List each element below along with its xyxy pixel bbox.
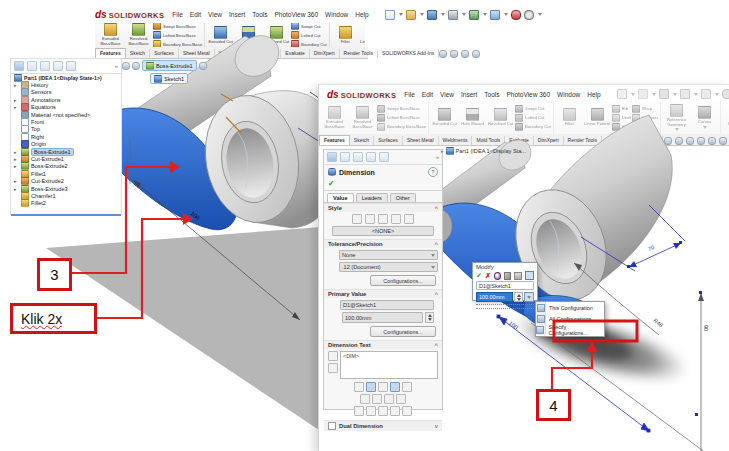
modify-ok-icon[interactable]: ✓ [476,272,482,280]
tree-item-boss-extrude2[interactable]: ▸Boss-Extrude2 [11,163,121,170]
panel-tab-leaders[interactable]: Leaders [356,193,388,202]
featuremanager-tab-icon[interactable] [14,61,24,71]
rebuild-icon[interactable] [511,10,521,20]
propertymanager-tab-icon[interactable] [327,152,337,162]
precision-icon [328,263,336,271]
flyout-expander-icon[interactable]: ▸ [441,148,444,154]
panel-more-icon[interactable]: » [115,63,118,69]
zoom-fit-icon[interactable] [439,50,447,58]
style-section-header[interactable]: Style^ [324,203,442,212]
tree-item-origin[interactable]: Origin [11,141,121,148]
zoom-area-icon[interactable] [450,50,458,58]
dim-text-diameter-icon[interactable] [328,363,338,373]
modify-value-spinner[interactable] [514,292,523,302]
pin-menu-icon[interactable] [374,12,379,17]
countersink-symbol-button[interactable] [366,406,376,416]
dimension-name-field[interactable]: D1@Sketch1 [340,300,434,310]
tree-item-cut-extrude2[interactable]: ▸Cut-Extrude2 [11,177,121,184]
modify-increment-icon[interactable] [514,272,521,280]
configuration-dropdown-button[interactable] [524,292,534,302]
panel-tab-value[interactable]: Value [327,193,354,202]
propertymanager-tab-icon[interactable] [27,61,37,71]
more-symbols-button[interactable] [402,406,412,416]
featuremanager-tab-icon[interactable] [340,152,350,162]
dual-dimension-checkbox[interactable] [328,422,336,430]
modify-mark-drawing-icon[interactable] [525,271,534,280]
menu-all-configurations[interactable]: All Configurations [536,313,604,324]
value-spinner[interactable] [425,312,434,323]
selection-breadcrumb: Boss-Extrude1 Sketch1 [122,60,207,84]
dimension-text-section-header[interactable]: Dimension Text^ [324,340,442,349]
counterbore-symbol-button[interactable] [378,406,388,416]
panel-tab-other[interactable]: Other [390,193,416,202]
diameter-symbol-button[interactable] [360,394,370,404]
display-style-icon[interactable] [472,50,480,58]
tree-item-fillet2[interactable]: Fillet2 [11,200,121,207]
help-icon[interactable]: ? [428,167,438,177]
configurationmanager-tab-icon[interactable] [40,61,50,71]
undo-icon[interactable] [469,10,479,20]
dual-dimension-section-header[interactable]: Dual Dimension v [324,420,442,431]
menu-this-configuration[interactable]: This Configuration [536,302,604,313]
height-dimension-90[interactable]: 90 [695,291,709,451]
degree-symbol-button[interactable] [372,394,382,404]
configurationmanager-tab-icon[interactable] [353,152,363,162]
modify-title[interactable]: Modify [473,263,537,271]
select-icon[interactable] [490,10,500,20]
style-select[interactable]: <NONE> [332,226,434,236]
style-icon-3[interactable] [378,214,388,224]
modify-rebuild-icon[interactable] [494,272,501,280]
menu-specify-configurations[interactable]: Specify Configurations... [536,324,604,335]
align-left-icon[interactable] [354,382,364,392]
modify-thumbwheel[interactable] [476,304,534,309]
value-configurations-button[interactable]: Configurations... [370,326,436,337]
appearance-icon[interactable] [132,62,140,70]
edit-feature-icon[interactable] [199,62,207,70]
align-center-icon[interactable] [366,382,376,392]
style-icon-5[interactable] [404,214,414,224]
tolerance-section-header[interactable]: Tolerance/Precision^ [324,239,442,248]
displaymanager-tab-icon[interactable] [379,152,389,162]
dimension-value-field[interactable]: 100.00mm [342,312,423,323]
eye-icon[interactable] [122,62,130,70]
open-icon[interactable] [406,10,416,20]
primary-value-section-header[interactable]: Primary Value^ [324,289,442,298]
centerline-symbol-button[interactable] [396,394,406,404]
tree-item-equations[interactable]: ▸Equations [11,104,121,111]
dim-text-xx-icon[interactable] [328,351,338,361]
modify-reverse-icon[interactable] [504,272,511,280]
flyout-tree-root[interactable]: ▸ Part1 (IDEA 1<Display Sta... [441,147,526,155]
precision-select[interactable]: .12 (Document) [339,262,438,272]
tolerance-configurations-button[interactable]: Configurations... [370,275,436,286]
dimxpertmanager-tab-icon[interactable] [53,61,63,71]
modify-value-input[interactable]: 100.00mm [476,292,513,302]
tree-split-bar[interactable] [11,214,121,216]
style-icon-4[interactable] [391,214,401,224]
new-document-icon[interactable] [385,10,395,20]
dimension-text-area[interactable]: <DIM> [340,351,438,379]
view-orientation-icon[interactable] [461,50,469,58]
modify-dimension-name[interactable]: D1@Sketch1 [476,281,534,290]
square-symbol-button[interactable] [354,406,364,416]
print-icon[interactable] [448,10,458,20]
panel-tab-strip: » [324,150,442,165]
ok-check-icon[interactable]: ✓ [328,179,335,188]
dimxpertmanager-tab-icon[interactable] [366,152,376,162]
left-quick-access-toolbar [385,10,542,20]
justify-icon[interactable] [390,382,400,392]
style-icon-1[interactable] [352,214,362,224]
text-position-icon[interactable] [402,382,412,392]
depth-symbol-button[interactable] [390,406,400,416]
tolerance-type-select[interactable]: None [339,250,438,260]
modify-cancel-icon[interactable]: ✗ [485,272,491,280]
breadcrumb-sketch-chip[interactable]: Sketch1 [150,73,188,84]
style-icon-2[interactable] [365,214,375,224]
displaymanager-tab-icon[interactable] [66,61,76,71]
save-icon[interactable] [427,10,437,20]
align-right-icon[interactable] [378,382,388,392]
plusminus-symbol-button[interactable] [384,394,394,404]
breadcrumb-feature-chip[interactable]: Boss-Extrude1 [142,60,197,71]
tab-addins[interactable]: SOLIDWORKS Add-Ins [378,49,439,58]
options-gear-icon[interactable] [524,10,534,20]
panel-more-icon[interactable]: » [436,154,439,160]
